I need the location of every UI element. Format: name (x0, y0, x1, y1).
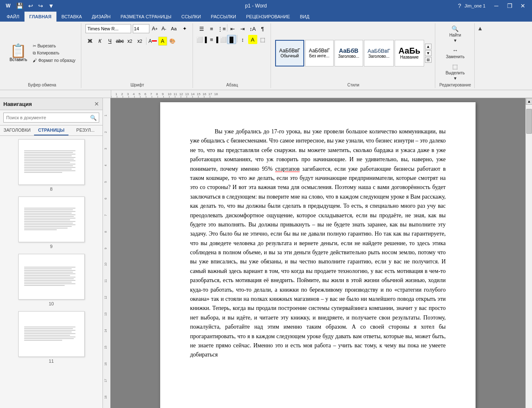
nav-search-area: 🔍 (0, 110, 102, 125)
shading-button[interactable]: A (248, 35, 257, 44)
style-heading2-name: Заголово... (368, 54, 390, 59)
svg-text:15: 15 (104, 346, 107, 349)
font-group: A+ A- Aa ✦ Ж К Ч abc x2 x2 A A 🎨 Шрифт (82, 23, 193, 88)
show-marks-button[interactable]: ¶ (258, 24, 267, 33)
page-thumb-8 (18, 139, 85, 185)
para-divider1 (227, 24, 227, 32)
multilevel-list-button[interactable]: ⋮≡ (217, 24, 226, 33)
ribbon-expand-button[interactable]: ▲ (477, 25, 483, 32)
help-button[interactable]: ? (456, 2, 463, 9)
nav-search-wrapper: 🔍 (3, 113, 99, 123)
strikethrough-button[interactable]: abc (115, 37, 124, 46)
svg-text:4: 4 (133, 92, 135, 96)
scroll-up-button[interactable]: ▲ (526, 98, 532, 105)
list-item[interactable]: 8 (3, 139, 99, 192)
nav-tab-results[interactable]: РЕЗУЛ... (68, 125, 102, 135)
tab-design[interactable]: ДИЗАЙН (87, 12, 115, 22)
bold-button[interactable]: Ж (85, 37, 95, 46)
tab-file[interactable]: ФАЙЛ (2, 12, 24, 22)
ruler-svg: 1 2 3 4 5 6 7 8 9 10 11 12 13 14 15 16 1 (111, 90, 532, 98)
tab-layout[interactable]: РАЗМЕТКА СТРАНИЦЫ (115, 12, 176, 22)
styles-scroll-down[interactable]: ▼ (425, 50, 432, 56)
superscript-button[interactable]: x2 (135, 37, 144, 46)
select-button[interactable]: ⬚ Выделить ▼ (444, 62, 467, 82)
align-right-button[interactable]: ▌⬜ (217, 35, 226, 44)
nav-tab-headings[interactable]: ЗАГОЛОВКИ (0, 125, 34, 135)
nav-search-input[interactable] (3, 113, 99, 123)
font-size-decrease-button[interactable]: A- (160, 25, 168, 32)
styles-expand[interactable]: ⊞ (425, 57, 432, 63)
font-divider (146, 37, 146, 45)
paragraph-group: ☰ ≡ ⋮≡ ⇤ ⇥ ↕A ¶ ⬜▐ ≡ ▌⬜ ▐▌ ↕ A ⬚ Абзац (194, 23, 271, 88)
text-color-button[interactable]: A (148, 37, 157, 46)
border-button[interactable]: ⬚ (258, 35, 267, 44)
style-heading2-label: АаБбВвГ (368, 48, 390, 54)
document-page[interactable]: Вы уже добрались до 17-го урока, вы уже … (160, 102, 476, 408)
find-button[interactable]: 🔍 Найти ▼ (447, 24, 464, 44)
svg-text:17: 17 (208, 92, 212, 96)
list-item[interactable]: 10 (3, 254, 99, 306)
nav-close-button[interactable]: ✕ (94, 101, 99, 107)
minimize-button[interactable]: ─ (491, 1, 502, 10)
find-icon: 🔍 (451, 25, 459, 32)
style-heading2[interactable]: АаБбВвГ Заголово... (364, 40, 394, 66)
style-title[interactable]: АаБь Название (395, 40, 424, 66)
decrease-indent-button[interactable]: ⇤ (228, 24, 237, 33)
close-button[interactable]: ✕ (517, 1, 529, 10)
scrollbar-thumb[interactable] (526, 109, 532, 134)
align-center-button[interactable]: ≡ (207, 35, 216, 44)
align-left-button[interactable]: ⬜▐ (197, 35, 206, 44)
increase-indent-button[interactable]: ⇥ (238, 24, 247, 33)
styles-scroll-up[interactable]: ▲ (425, 44, 432, 49)
svg-text:6: 6 (104, 198, 107, 199)
tab-insert[interactable]: ВСТАВКА (56, 12, 87, 22)
format-painter-button[interactable]: 🖌 Формат по образцу (31, 57, 77, 64)
save-button[interactable]: 💾 (15, 2, 25, 10)
paste-button[interactable]: 📋 Вставить (7, 42, 30, 64)
tab-mailings[interactable]: РАССЫЛКИ (206, 12, 241, 22)
clipboard-small-btns: ✂ Вырезать ⧉ Копировать 🖌 Формат по обра… (31, 43, 77, 64)
font-color-picker-button[interactable]: 🎨 (168, 37, 177, 46)
clear-formatting-button[interactable]: ✦ (180, 24, 189, 33)
nav-tab-pages[interactable]: СТРАНИЦЫ (34, 125, 68, 135)
italic-button[interactable]: К (95, 37, 105, 46)
highlight-color-button[interactable]: A (158, 37, 167, 46)
restore-button[interactable]: ❐ (504, 1, 515, 10)
tab-view[interactable]: ВИД (295, 12, 315, 22)
underline-button[interactable]: Ч (105, 37, 115, 46)
tab-references[interactable]: ССЫЛКИ (176, 12, 206, 22)
justify-button[interactable]: ▐▌ (227, 35, 236, 44)
replace-button[interactable]: ↔ Заменить (444, 46, 466, 60)
copy-button[interactable]: ⧉ Копировать (31, 50, 77, 57)
list-item[interactable]: 9 (3, 197, 99, 249)
title-bar-right: ? Jim_one 1 ─ ❐ ✕ (456, 1, 529, 10)
style-normal[interactable]: АаБбВвГ Обычный (275, 40, 304, 66)
editing-label: Редактирование (439, 82, 471, 87)
style-heading1[interactable]: АаБбВ Заголово... (334, 40, 363, 66)
bullets-button[interactable]: ☰ (197, 24, 206, 33)
customize-qa-button[interactable]: ▼ (46, 2, 56, 10)
horizontal-ruler: 1 2 3 4 5 6 7 8 9 10 11 12 13 14 15 16 1 (111, 90, 532, 98)
cut-button[interactable]: ✂ Вырезать (31, 43, 77, 49)
font-name-input[interactable] (85, 24, 131, 33)
tab-review[interactable]: РЕЦЕНЗИРОВАНИЕ (241, 12, 295, 22)
vertical-scrollbar[interactable]: ▲ ▼ (525, 98, 532, 408)
paste-icon: 📋 (10, 44, 27, 57)
tab-home[interactable]: ГЛАВНАЯ (24, 12, 56, 22)
redo-button[interactable]: ↪ (37, 2, 45, 10)
change-case-button[interactable]: Aa (169, 24, 178, 33)
list-item[interactable]: 11 (3, 311, 99, 364)
font-size-increase-button[interactable]: A+ (151, 25, 159, 32)
page-thumb-10 (18, 254, 85, 300)
svg-text:10: 10 (104, 263, 107, 266)
style-no-spacing[interactable]: АаБбВвГ Без инте... (305, 40, 333, 66)
svg-text:3: 3 (127, 92, 129, 96)
font-size-input[interactable] (133, 24, 149, 33)
sort-button[interactable]: ↕A (248, 24, 257, 33)
subscript-button[interactable]: x2 (125, 37, 134, 46)
main-area: Навигация ✕ 🔍 ЗАГОЛОВКИ СТРАНИЦЫ РЕЗУЛ..… (0, 98, 532, 408)
undo-button[interactable]: ↩ (27, 2, 35, 10)
find-dropdown-icon: ▼ (453, 38, 457, 43)
numbering-button[interactable]: ≡ (207, 24, 216, 33)
line-spacing-button[interactable]: ↕ (238, 35, 247, 44)
